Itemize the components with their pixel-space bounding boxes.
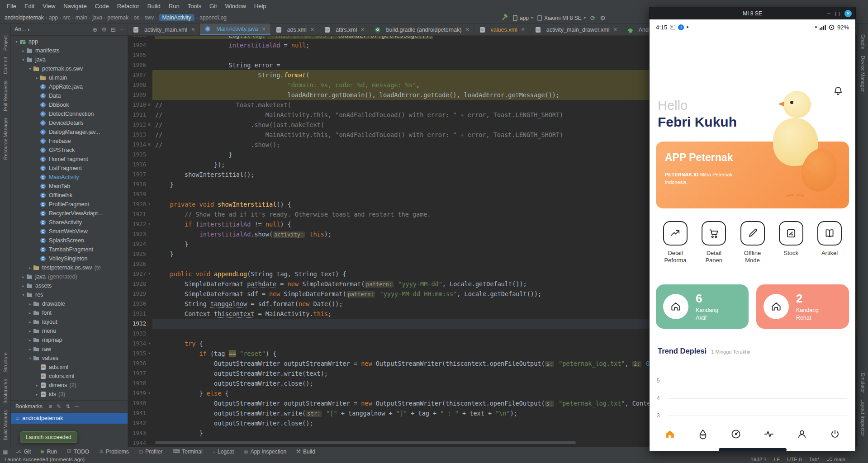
tool-window-run[interactable]: ▶Run (41, 449, 57, 455)
line-number[interactable]: 1921 (128, 209, 152, 219)
fold-marker-icon[interactable]: ⊟ (146, 100, 152, 110)
editor-tab-attrs-xml[interactable]: attrs.xml✕ (319, 24, 370, 36)
tool-window-button-gradle[interactable]: Gradle (860, 34, 866, 49)
hide-panel-icon[interactable]: ─ (75, 403, 79, 410)
tool-window-button-emulator[interactable]: Emulator (860, 373, 866, 393)
menu-tools[interactable]: Tools (184, 3, 205, 9)
line-number[interactable]: 1909 (128, 90, 152, 100)
editor-tab-mainactivity-java[interactable]: MainActivity.java✕ (200, 24, 270, 36)
tree-item-data[interactable]: Data (11, 91, 128, 100)
fold-marker-icon[interactable]: ▾ (146, 339, 152, 349)
menu-file[interactable]: File (3, 3, 20, 9)
breadcrumb-item-main[interactable]: main (76, 14, 87, 21)
line-number[interactable]: 1925 (128, 249, 152, 259)
tree-item-menu[interactable]: ▸menu (11, 326, 128, 335)
tool-window-logcat[interactable]: ≡Logcat (213, 449, 234, 455)
close-tab-icon[interactable]: ✕ (613, 27, 617, 33)
tree-item-drawable[interactable]: ▸drawable (11, 299, 128, 308)
tool-window-button-pull-requests[interactable]: Pull Requests (3, 80, 8, 111)
line-number[interactable]: 1910⊟ (128, 100, 152, 110)
line-number[interactable]: 1919 (128, 189, 152, 199)
breadcrumb-item-java[interactable]: java (92, 14, 102, 21)
tree-item-ui-main[interactable]: ▸ui.main (11, 73, 128, 82)
tool-window-app-inspection[interactable]: ◎App Inspection (244, 449, 286, 455)
caret-position[interactable]: 1932:1 (750, 457, 766, 462)
line-number[interactable]: 1903 (128, 36, 152, 40)
tree-item-colors-xml[interactable]: colors.xml (11, 372, 128, 381)
line-number[interactable]: 1923 (128, 229, 152, 239)
collapse-all-icon[interactable]: ⊟ (111, 26, 116, 33)
menu-git[interactable]: Git (205, 3, 221, 9)
line-number[interactable]: 1941 (128, 408, 152, 418)
editor-tab-build-gradle-androidpeternak-[interactable]: build.gradle (androidpeternak)✕ (370, 24, 474, 36)
line-number[interactable]: 1936 (128, 359, 152, 369)
tree-item-recyclerviewadapt-[interactable]: RecyclerViewAdapt... (11, 209, 128, 218)
line-number[interactable]: 1939▾ (128, 388, 152, 398)
stat-card-kandang-rehat[interactable]: 2 Kandang Rehat (756, 284, 849, 329)
menu-refactor[interactable]: Refactor (113, 3, 143, 9)
line-number[interactable]: 1908 (128, 80, 152, 90)
fold-marker-icon[interactable]: ▾ (146, 219, 152, 229)
locate-file-icon[interactable]: ⊕ (92, 26, 97, 33)
close-tab-icon[interactable]: ✕ (360, 27, 365, 33)
editor-tab-activity-main-drawer-xml[interactable]: activity_main_drawer.xml✕ (530, 24, 622, 36)
close-tab-icon[interactable]: ✕ (191, 27, 195, 33)
line-number[interactable]: 1937 (128, 369, 152, 378)
tree-item-assets[interactable]: ▸assets (11, 281, 128, 290)
line-number[interactable]: 1918 (128, 180, 152, 189)
menu-run[interactable]: Run (165, 3, 184, 9)
breadcrumb-item-appendLog[interactable]: appendLog (199, 14, 227, 21)
tree-item-dimens[interactable]: ▸dimens(2) (11, 381, 128, 390)
breadcrumb-item-src[interactable]: src (63, 14, 70, 21)
menu-artikel[interactable]: Artikel (811, 221, 848, 265)
edit-icon[interactable]: ✎ (57, 403, 61, 410)
tool-window-profiler[interactable]: ◷Profiler (139, 449, 163, 455)
tool-window-button-project[interactable]: Project (3, 35, 8, 51)
indent-style[interactable]: Tab* (809, 457, 820, 462)
line-number[interactable]: 1942 (128, 418, 152, 428)
stat-card-kandang-aktif[interactable]: 6 Kandang Aktif (656, 284, 749, 329)
line-number[interactable]: 1915 (128, 150, 152, 160)
tool-windows-toggle-icon[interactable]: ▦ (3, 449, 8, 455)
line-number[interactable]: 1929 (128, 289, 152, 299)
tree-item-firebase[interactable]: Firebase (11, 137, 128, 146)
tree-item-dbbook[interactable]: DbBook (11, 100, 128, 109)
tool-window-button-device-manager[interactable]: Device Manager (860, 56, 866, 92)
tool-window-terminal[interactable]: ⌨Terminal (172, 449, 202, 455)
dashboard-nav-icon[interactable] (730, 428, 742, 442)
tree-item-ids[interactable]: ▸ids(3) (11, 390, 128, 399)
activity-nav-icon[interactable] (763, 428, 775, 442)
gesture-bar[interactable] (719, 448, 787, 451)
run-config-selector[interactable]: app ▾ (513, 15, 533, 21)
line-number[interactable]: 1930 (128, 299, 152, 309)
tree-item-tambahfragment[interactable]: TambahFragment (11, 245, 128, 254)
launch-succeeded-balloon[interactable]: Launch succeeded (20, 431, 77, 443)
tree-item-splashscreen[interactable]: SplashScreen (11, 236, 128, 245)
minimize-button[interactable]: – (827, 10, 830, 17)
tree-item-dialogmanager-jav-[interactable]: DialogManager.jav... (11, 128, 128, 137)
line-number[interactable]: 1916 (128, 160, 152, 170)
close-tab-icon[interactable]: ✕ (262, 26, 266, 32)
tool-window-button-structure[interactable]: Structure (3, 352, 8, 373)
tool-window-git[interactable]: ⌥Git (16, 449, 31, 455)
tree-item-layout[interactable]: ▸layout (11, 317, 128, 326)
fold-marker-icon[interactable]: ⊟ (146, 140, 152, 150)
gear-icon[interactable]: ⚙ (101, 26, 107, 33)
tool-window-button-build-variants[interactable]: Build Variants (3, 410, 8, 440)
tool-window-button-bookmarks[interactable]: Bookmarks (3, 379, 8, 404)
tool-window-button-commit[interactable]: Commit (3, 57, 8, 74)
tree-item-testpeternak-os-swv[interactable]: ▸testpeternak.os.swv(te (11, 263, 128, 272)
editor-tab-ads-xml[interactable]: ads.xml✕ (271, 24, 319, 36)
tree-item-volleysingleton[interactable]: VolleySingleton (11, 254, 128, 263)
tree-item-apprate-java[interactable]: AppRate.java (11, 82, 128, 91)
line-number[interactable]: 1927▾ (128, 269, 152, 279)
tool-window-todo[interactable]: ☑TODO (67, 449, 89, 455)
menu-code[interactable]: Code (91, 3, 113, 9)
tree-item-java[interactable]: ▾java (11, 55, 128, 64)
line-number[interactable]: 1926 (128, 259, 152, 269)
tool-window-build[interactable]: ⚒Build (296, 449, 315, 455)
tree-item-font[interactable]: ▸font (11, 308, 128, 317)
tree-item-peternak-os-swv[interactable]: ▾peternak.os.swv (11, 64, 128, 73)
git-branch[interactable]: ⌥ main (827, 456, 845, 463)
line-number[interactable]: 1911 (128, 110, 152, 120)
